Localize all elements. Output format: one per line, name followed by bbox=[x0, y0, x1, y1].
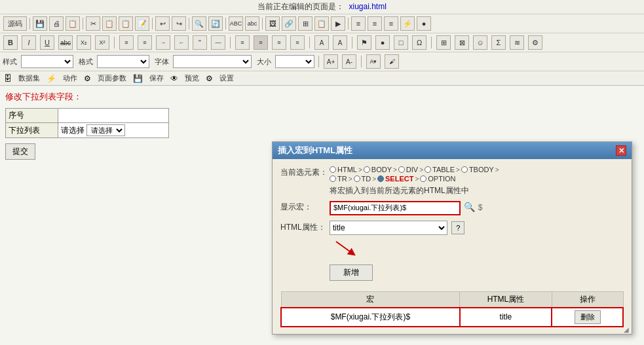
current-element-row: 当前选元素： HTML > BODY > bbox=[280, 166, 624, 183]
spellcheck-btn[interactable]: ABC bbox=[229, 16, 243, 31]
delete-button[interactable]: 删除 bbox=[575, 310, 601, 324]
font-enlarge-btn[interactable]: A+ bbox=[324, 54, 338, 69]
page-params-btn[interactable]: 页面参数 bbox=[95, 73, 129, 84]
list-ul-btn[interactable]: ≡ bbox=[138, 35, 152, 50]
template-btn[interactable]: 📋 bbox=[66, 16, 80, 31]
submit-button[interactable]: 提交 bbox=[5, 143, 35, 160]
bc-select-radio[interactable] bbox=[377, 175, 384, 182]
superscript-btn[interactable]: X² bbox=[95, 35, 109, 50]
more-btn4[interactable]: ⚡ bbox=[400, 16, 415, 31]
italic-btn[interactable]: I bbox=[22, 35, 36, 50]
macro-btn[interactable]: ≋ bbox=[510, 35, 524, 50]
form-btn[interactable]: 📋 bbox=[314, 16, 329, 31]
find-btn[interactable]: 🔍 bbox=[192, 16, 206, 31]
replace-btn[interactable]: 🔄 bbox=[208, 16, 223, 31]
fg-color-picker-btn[interactable]: A▾ bbox=[366, 54, 381, 69]
paste-btn[interactable]: 📋 bbox=[119, 16, 133, 31]
copy-btn[interactable]: 📋 bbox=[102, 16, 117, 31]
field-value-dropdown[interactable]: 请选择 请选择 bbox=[58, 123, 169, 138]
macro-cell: $MF(xiugai.下拉列表)$ bbox=[281, 308, 460, 327]
source-btn[interactable]: 源码 bbox=[3, 16, 27, 31]
underline-btn[interactable]: U bbox=[40, 35, 54, 50]
macro-row: 显示宏： 🔍 $ bbox=[280, 200, 624, 215]
bc-td-radio[interactable] bbox=[354, 175, 360, 182]
link-btn[interactable]: 🔗 bbox=[282, 16, 296, 31]
settings-icon: ⚙ bbox=[206, 74, 213, 83]
toolbar-row-1: 源码 💾 🖨 📋 ✂ 📋 📋 📝 ↩ ↪ 🔍 🔄 ABC abc 🖼 🔗 ⊞ 📋… bbox=[0, 14, 644, 33]
resize-handle[interactable]: ◢ bbox=[624, 326, 632, 334]
bc-html-radio[interactable] bbox=[330, 166, 336, 173]
color-btn[interactable]: A bbox=[314, 35, 329, 50]
dataset-btn[interactable]: 数据集 bbox=[16, 73, 43, 84]
undo-btn[interactable]: ↩ bbox=[155, 16, 170, 31]
print-btn[interactable]: 🖨 bbox=[49, 16, 64, 31]
bc-body-radio[interactable] bbox=[364, 166, 370, 173]
style-select[interactable] bbox=[21, 55, 73, 68]
size-select[interactable] bbox=[275, 55, 314, 68]
sep8 bbox=[114, 37, 115, 48]
bg-color-btn[interactable]: A bbox=[333, 35, 347, 50]
bg-color-picker-btn[interactable]: 🖌 bbox=[385, 54, 399, 69]
macro-input[interactable] bbox=[330, 201, 461, 215]
list-ol-btn[interactable]: ≡ bbox=[119, 35, 134, 50]
bc-table-radio[interactable] bbox=[425, 166, 431, 173]
merge-btn[interactable]: ⊠ bbox=[455, 35, 469, 50]
radio-btn-tb[interactable]: ● bbox=[375, 35, 390, 50]
bc-option-radio[interactable] bbox=[420, 175, 426, 182]
more-btn5[interactable]: ● bbox=[417, 16, 431, 31]
cut-btn[interactable]: ✂ bbox=[86, 16, 100, 31]
redo-btn[interactable]: ↪ bbox=[172, 16, 186, 31]
align-justify-btn[interactable]: ≡ bbox=[290, 35, 305, 50]
checkbox-btn-tb[interactable]: □ bbox=[394, 35, 408, 50]
save-doc-btn[interactable]: 保存 bbox=[147, 73, 166, 84]
font-select[interactable] bbox=[173, 55, 252, 68]
dialog-close-button[interactable]: ✕ bbox=[616, 145, 626, 156]
subscript-btn[interactable]: X₂ bbox=[77, 35, 91, 50]
media-btn[interactable]: ▶ bbox=[331, 16, 345, 31]
breadcrumb-row-1: HTML > BODY > DIV bbox=[330, 166, 624, 173]
img-btn[interactable]: 🖼 bbox=[265, 16, 280, 31]
table-data-row: $MF(xiugai.下拉列表)$ title 删除 bbox=[281, 308, 623, 327]
preview-btn[interactable]: 预览 bbox=[182, 73, 202, 84]
more-btn2[interactable]: ≡ bbox=[368, 16, 382, 31]
save-icon-btn[interactable]: 💾 bbox=[33, 16, 47, 31]
blockquote-btn[interactable]: " bbox=[193, 35, 207, 50]
more-btn1[interactable]: ≡ bbox=[351, 16, 366, 31]
add-button[interactable]: 新增 bbox=[330, 264, 373, 281]
action-btn[interactable]: 动作 bbox=[60, 73, 80, 84]
attr-help-icon[interactable]: ? bbox=[451, 221, 464, 234]
bold-btn[interactable]: B bbox=[3, 35, 18, 50]
dialog-title-bar: 插入宏到HTML属性 ✕ bbox=[273, 142, 632, 159]
settings2-btn[interactable]: ⚙ bbox=[528, 35, 542, 50]
emoji-btn[interactable]: ☺ bbox=[473, 35, 487, 50]
spellcheck2-btn[interactable]: abc bbox=[245, 16, 259, 31]
paste-text-btn[interactable]: 📝 bbox=[135, 16, 149, 31]
sep2 bbox=[83, 18, 83, 29]
sep5 bbox=[225, 18, 226, 29]
table-btn[interactable]: ⊞ bbox=[298, 16, 313, 31]
align-center-btn[interactable]: ≡ bbox=[254, 35, 268, 50]
field-value-id[interactable] bbox=[58, 109, 169, 123]
strikethrough-btn[interactable]: abc bbox=[58, 35, 73, 50]
outdent-btn[interactable]: ← bbox=[174, 35, 189, 50]
flag-btn[interactable]: ⚑ bbox=[357, 35, 371, 50]
macro-search-icon[interactable]: 🔍 bbox=[463, 200, 476, 213]
dropdown-select[interactable]: 请选择 bbox=[86, 124, 125, 136]
settings-btn[interactable]: 设置 bbox=[217, 73, 237, 84]
bc-tr-radio[interactable] bbox=[330, 175, 336, 182]
font-shrink-btn[interactable]: A- bbox=[342, 54, 356, 69]
format-selects-row: 样式 格式 字体 大小 A+ A- A▾ 🖌 bbox=[0, 52, 644, 71]
omega-btn[interactable]: Ω bbox=[412, 35, 426, 50]
bc-tbody-radio[interactable] bbox=[461, 166, 468, 173]
table2-btn[interactable]: ⊞ bbox=[436, 35, 451, 50]
hr-btn[interactable]: — bbox=[211, 35, 225, 50]
format-select[interactable] bbox=[97, 55, 149, 68]
insert-macro-dialog[interactable]: 插入宏到HTML属性 ✕ 当前选元素： HTML > bbox=[272, 141, 632, 335]
align-left-btn[interactable]: ≡ bbox=[235, 35, 250, 50]
indent-btn[interactable]: → bbox=[156, 35, 170, 50]
more-btn3[interactable]: ≡ bbox=[384, 16, 398, 31]
sigma-btn[interactable]: Σ bbox=[491, 35, 506, 50]
html-attr-select[interactable]: title bbox=[330, 221, 447, 235]
bc-div-radio[interactable] bbox=[398, 166, 405, 173]
align-right-btn[interactable]: ≡ bbox=[272, 35, 286, 50]
